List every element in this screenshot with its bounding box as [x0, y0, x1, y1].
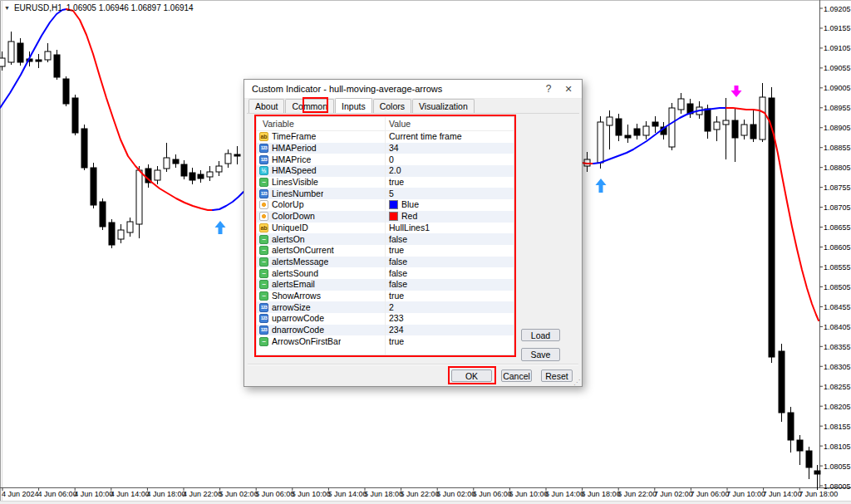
- price-label: 1.08905: [824, 124, 851, 132]
- price-label: 1.08805: [824, 164, 851, 172]
- tab-common[interactable]: Common: [285, 99, 334, 113]
- time-label: 4 Jun 2024: [2, 490, 39, 498]
- candle-body: [678, 99, 684, 110]
- candle-body: [198, 174, 204, 179]
- dialog-titlebar[interactable]: Custom Indicator - hull-moving-average-a…: [244, 80, 582, 99]
- help-button[interactable]: ?: [539, 81, 558, 96]
- param-value[interactable]: Blue: [389, 199, 419, 211]
- param-name: ColorUp: [272, 199, 304, 210]
- param-value[interactable]: Red: [389, 211, 417, 223]
- candle-body: [741, 125, 747, 135]
- candle-body: [814, 471, 820, 474]
- param-value[interactable]: 34: [389, 143, 399, 154]
- param-name: HMASpeed: [272, 165, 317, 176]
- tabpage-divider: [247, 113, 579, 114]
- param-value[interactable]: false: [389, 233, 407, 245]
- time-label: 7 Jun 10:00: [726, 490, 765, 498]
- candle-body: [598, 122, 603, 163]
- price-label: 1.09005: [824, 84, 851, 92]
- param-value[interactable]: false: [389, 267, 407, 279]
- candle-body: [181, 164, 187, 176]
- price-label: 1.08305: [824, 363, 851, 371]
- custom-indicator-dialog: Custom Indicator - hull-moving-average-a…: [243, 79, 583, 387]
- ok-button[interactable]: OK: [451, 369, 492, 382]
- column-variable: Variable: [263, 119, 294, 129]
- param-value[interactable]: true: [389, 335, 404, 347]
- price-label: 1.08105: [824, 443, 851, 451]
- int-type-icon: 123: [259, 303, 268, 312]
- candle-body: [118, 230, 124, 239]
- time-label: 6 Jun 10:00: [509, 490, 548, 498]
- bool-type-icon: ~: [259, 246, 268, 255]
- time-label: 4 Jun 10:00: [74, 490, 113, 498]
- candle-body: [17, 43, 23, 62]
- param-name: UniqueID: [272, 223, 308, 233]
- bool-type-icon: ~: [259, 280, 268, 289]
- param-value[interactable]: 233: [389, 313, 404, 325]
- load-button[interactable]: Load: [521, 329, 560, 341]
- param-value[interactable]: true: [389, 245, 404, 257]
- candle-body: [806, 451, 812, 467]
- param-value[interactable]: 2.0: [389, 165, 401, 177]
- hull-ma-line: [582, 163, 593, 164]
- bool-type-icon: ~: [259, 257, 268, 267]
- param-value[interactable]: false: [389, 257, 407, 268]
- price-label: 1.08405: [824, 323, 851, 331]
- param-value[interactable]: true: [389, 177, 404, 188]
- chart-symbol-title: ▼ EURUSD,H1 1.06905 1.06946 1.06897 1.06…: [4, 3, 194, 12]
- candle-body: [189, 173, 195, 180]
- chevron-down-icon[interactable]: ▼: [4, 5, 10, 11]
- candle-body: [643, 126, 649, 135]
- param-value[interactable]: 234: [389, 325, 404, 336]
- time-label: 7 Jun 02:00: [654, 490, 693, 498]
- time-label: 5 Jun 10:00: [292, 490, 331, 498]
- time-label: 6 Jun 02:00: [436, 490, 475, 498]
- candle-body: [750, 125, 756, 139]
- param-value[interactable]: false: [389, 279, 407, 291]
- int-type-icon: 123: [259, 155, 268, 164]
- candle-body: [669, 108, 675, 147]
- candle-body: [36, 60, 42, 61]
- inputs-table[interactable]: Variable Value abTimeFrameCurrent time f…: [256, 116, 514, 355]
- param-value[interactable]: true: [389, 291, 404, 302]
- param-value[interactable]: Current time frame: [389, 131, 462, 143]
- price-label: 1.08705: [824, 203, 851, 212]
- candle-body: [63, 79, 69, 104]
- ohlc-quote-label: 1.06905 1.06946 1.06897 1.06914: [66, 3, 194, 12]
- tab-about[interactable]: About: [248, 99, 284, 113]
- price-label: 1.08455: [824, 303, 851, 311]
- time-label: 5 Jun 02:00: [219, 490, 258, 498]
- candle-body: [72, 98, 78, 133]
- price-label: 1.08755: [824, 183, 851, 192]
- param-name: LinesNumber: [272, 188, 323, 199]
- color-type-icon: [259, 200, 268, 209]
- save-button[interactable]: Save: [521, 348, 560, 361]
- resize-grip[interactable]: ⋰: [573, 379, 580, 386]
- param-value[interactable]: 0: [389, 154, 394, 165]
- metatrader-window: ▼ EURUSD,H1 1.06905 1.06946 1.06897 1.06…: [0, 0, 851, 504]
- color-type-icon: [259, 212, 268, 221]
- candle-body: [91, 168, 96, 205]
- candle-body: [100, 202, 106, 227]
- time-label: 6 Jun 18:00: [582, 490, 621, 498]
- param-value[interactable]: HullLines1: [389, 223, 430, 234]
- cancel-button[interactable]: Cancel: [501, 369, 532, 382]
- candle-body: [127, 222, 133, 232]
- candle-body: [616, 119, 622, 135]
- reset-button[interactable]: Reset: [541, 369, 573, 382]
- time-label: 4 Jun 14:00: [111, 490, 150, 498]
- candle-body: [173, 159, 179, 164]
- time-label: 6 Jun 06:00: [473, 490, 512, 498]
- bool-type-icon: ~: [259, 337, 268, 346]
- param-name: HMAPeriod: [272, 143, 317, 154]
- tab-visualization[interactable]: Visualization: [412, 99, 475, 113]
- color-swatch: [389, 200, 398, 209]
- param-value[interactable]: 2: [389, 301, 394, 313]
- tab-colors[interactable]: Colors: [373, 99, 411, 113]
- param-value[interactable]: 5: [389, 188, 394, 199]
- time-label: 6 Jun 22:00: [617, 490, 657, 498]
- column-divider: [385, 117, 386, 355]
- close-icon[interactable]: ✕: [558, 81, 578, 96]
- button-row-divider: [248, 364, 578, 365]
- tab-inputs[interactable]: Inputs: [335, 98, 372, 113]
